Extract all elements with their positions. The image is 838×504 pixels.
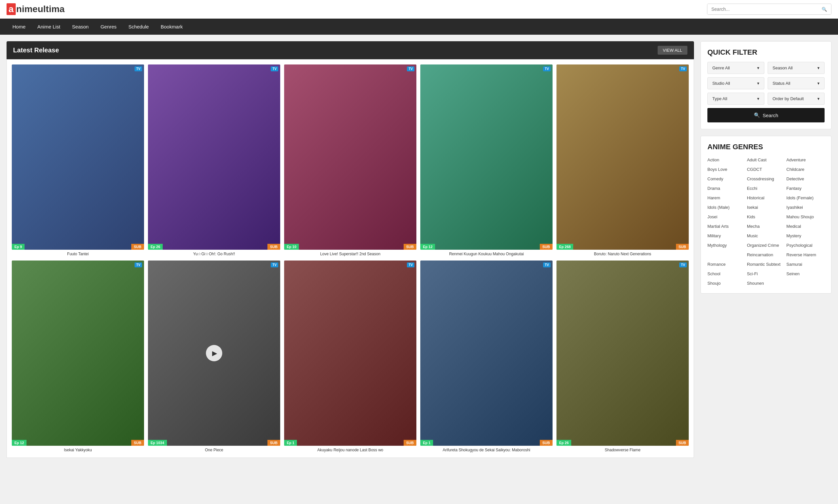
filter-label: Type All bbox=[712, 96, 727, 101]
genre-boys-love[interactable]: Boys Love bbox=[707, 166, 746, 173]
chevron-down-icon: ▾ bbox=[817, 66, 820, 70]
genre-organized-crime[interactable]: Organized Crime bbox=[747, 242, 785, 249]
anime-title: Akuyaku Reijou nanode Last Boss wo bbox=[284, 448, 416, 453]
anime-card[interactable]: TV Ep 1034 SUB One Piece bbox=[148, 260, 280, 453]
genre-josei[interactable]: Josei bbox=[707, 213, 746, 220]
genre-crossdressing[interactable]: Crossdressing bbox=[747, 176, 785, 182]
episode-badge: Ep 12 bbox=[12, 440, 26, 446]
anime-title: One Piece bbox=[148, 448, 280, 453]
sub-badge: SUB bbox=[131, 244, 144, 250]
genre-mahou-shoujo[interactable]: Mahou Shoujo bbox=[786, 213, 824, 220]
quick-filter: QUICK FILTER Genre All▾Season All▾Studio… bbox=[700, 41, 832, 129]
anime-title: Yu☆Gi☆Oh!: Go Rush!! bbox=[148, 252, 280, 257]
navbar-item-schedule[interactable]: Schedule bbox=[122, 19, 155, 35]
genre-idols-female[interactable]: Idols (Female) bbox=[786, 194, 824, 201]
genre-harem[interactable]: Harem bbox=[707, 194, 746, 201]
logo-icon: a bbox=[6, 3, 16, 15]
search-input[interactable] bbox=[707, 4, 818, 14]
chevron-down-icon: ▾ bbox=[817, 96, 820, 101]
anime-card[interactable]: TV Ep 12 SUB Isekai Yakkyoku bbox=[12, 260, 144, 453]
anime-card[interactable]: TV Ep 268 SUB Boruto: Naruto Next Genera… bbox=[556, 65, 689, 256]
navbar-item-genres[interactable]: Genres bbox=[95, 19, 122, 35]
genre-isekai[interactable]: Isekai bbox=[747, 204, 785, 211]
search-icon: 🔍 bbox=[754, 112, 760, 118]
genre-ecchi[interactable]: Ecchi bbox=[747, 185, 785, 192]
filter-order-default[interactable]: Order by Default▾ bbox=[768, 93, 824, 105]
search-filter-button[interactable]: 🔍 Search bbox=[707, 108, 824, 122]
genre-childcare[interactable]: Childcare bbox=[786, 166, 824, 173]
episode-badge: Ep 1034 bbox=[148, 440, 167, 446]
episode-badge: Ep 26 bbox=[148, 244, 163, 250]
play-button[interactable] bbox=[206, 345, 222, 361]
filter-season-all[interactable]: Season All▾ bbox=[768, 62, 824, 74]
genre-mystery[interactable]: Mystery bbox=[786, 232, 824, 239]
genre-action[interactable]: Action bbox=[707, 157, 746, 163]
genre-comedy[interactable]: Comedy bbox=[707, 176, 746, 182]
navbar-item-home[interactable]: Home bbox=[6, 19, 32, 35]
genre-music[interactable]: Music bbox=[747, 232, 785, 239]
logo-text: nimeultima bbox=[16, 4, 65, 14]
genre-medical[interactable]: Medical bbox=[786, 223, 824, 230]
anime-thumbnail bbox=[556, 65, 689, 250]
anime-card[interactable]: TV Ep 9 SUB Fuuto Tantei bbox=[12, 65, 144, 256]
genre-idols-male[interactable]: Idols (Male) bbox=[707, 204, 746, 211]
filter-genre-all[interactable]: Genre All▾ bbox=[707, 62, 764, 74]
tv-badge: TV bbox=[407, 67, 414, 71]
navbar-item-bookmark[interactable]: Bookmark bbox=[155, 19, 189, 35]
genre-adult-cast[interactable]: Adult Cast bbox=[747, 157, 785, 163]
genre-seinen[interactable]: Seinen bbox=[786, 270, 824, 277]
navbar: Home Anime List Season Genres Schedule B… bbox=[0, 19, 838, 35]
genre-reverse-harem[interactable]: Reverse Harem bbox=[786, 251, 824, 258]
tv-badge: TV bbox=[407, 263, 414, 267]
genre-historical[interactable]: Historical bbox=[747, 194, 785, 201]
genre-romantic-subtext[interactable]: Romantic Subtext bbox=[747, 261, 785, 268]
genre-shounen[interactable]: Shounen bbox=[747, 280, 785, 287]
anime-title: Isekai Yakkyoku bbox=[12, 448, 144, 453]
anime-card[interactable]: TV Ep 26 SUB Yu☆Gi☆Oh!: Go Rush!! bbox=[148, 65, 280, 256]
genre-cgdct[interactable]: CGDCT bbox=[747, 166, 785, 173]
genre-kids[interactable]: Kids bbox=[747, 213, 785, 220]
genre-military[interactable]: Military bbox=[707, 232, 746, 239]
navbar-item-anime-list[interactable]: Anime List bbox=[32, 19, 66, 35]
sub-badge: SUB bbox=[267, 244, 280, 250]
site-logo[interactable]: a nimeultima bbox=[6, 3, 65, 15]
filter-studio-all[interactable]: Studio All▾ bbox=[707, 77, 764, 89]
genre-blank[interactable] bbox=[707, 251, 746, 258]
filter-status-all[interactable]: Status All▾ bbox=[768, 77, 824, 89]
genre-school[interactable]: School bbox=[707, 270, 746, 277]
genre-mythology[interactable]: Mythology bbox=[707, 242, 746, 249]
quick-filter-title: QUICK FILTER bbox=[707, 48, 824, 57]
genre-adventure[interactable]: Adventure bbox=[786, 157, 824, 163]
filter-type-all[interactable]: Type All▾ bbox=[707, 93, 764, 105]
filter-label: Status All bbox=[772, 81, 790, 86]
filter-label: Season All bbox=[772, 66, 792, 70]
anime-card[interactable]: TV Ep 12 SUB Renmei Kuugun Koukuu Mahou … bbox=[420, 65, 553, 256]
genre-shoujo[interactable]: Shoujo bbox=[707, 280, 746, 287]
anime-card[interactable]: TV Ep 26 SUB Shadowverse Flame bbox=[556, 260, 689, 453]
anime-card[interactable]: TV Ep 10 SUB Love Live! Superstar!! 2nd … bbox=[284, 65, 416, 256]
view-all-button[interactable]: VIEW ALL bbox=[658, 46, 688, 55]
genre-detective[interactable]: Detective bbox=[786, 176, 824, 182]
genre-martial-arts[interactable]: Martial Arts bbox=[707, 223, 746, 230]
genre-iyashikei[interactable]: Iyashikei bbox=[786, 204, 824, 211]
genre-psychological[interactable]: Psychological bbox=[786, 242, 824, 249]
anime-card[interactable]: TV Ep 1 SUB Arifureta Shokugyou de Sekai… bbox=[420, 260, 553, 453]
sub-badge: SUB bbox=[131, 440, 144, 446]
navbar-item-season[interactable]: Season bbox=[66, 19, 95, 35]
chevron-down-icon: ▾ bbox=[817, 81, 820, 86]
filter-label: Order by Default bbox=[772, 96, 804, 101]
genre-sci-fi[interactable]: Sci-Fi bbox=[747, 270, 785, 277]
sub-badge: SUB bbox=[676, 244, 689, 250]
search-filter-label: Search bbox=[763, 112, 779, 118]
genre-fantasy[interactable]: Fantasy bbox=[786, 185, 824, 192]
genre-reincarnation[interactable]: Reincarnation bbox=[747, 251, 785, 258]
chevron-down-icon: ▾ bbox=[757, 66, 760, 70]
filter-label: Studio All bbox=[712, 81, 730, 86]
anime-card[interactable]: TV Ep 1 SUB Akuyaku Reijou nanode Last B… bbox=[284, 260, 416, 453]
genre-samurai[interactable]: Samurai bbox=[786, 261, 824, 268]
search-button[interactable]: 🔍 bbox=[818, 4, 831, 14]
tv-badge: TV bbox=[135, 67, 142, 71]
genre-drama[interactable]: Drama bbox=[707, 185, 746, 192]
genre-mecha[interactable]: Mecha bbox=[747, 223, 785, 230]
genre-romance[interactable]: Romance bbox=[707, 261, 746, 268]
